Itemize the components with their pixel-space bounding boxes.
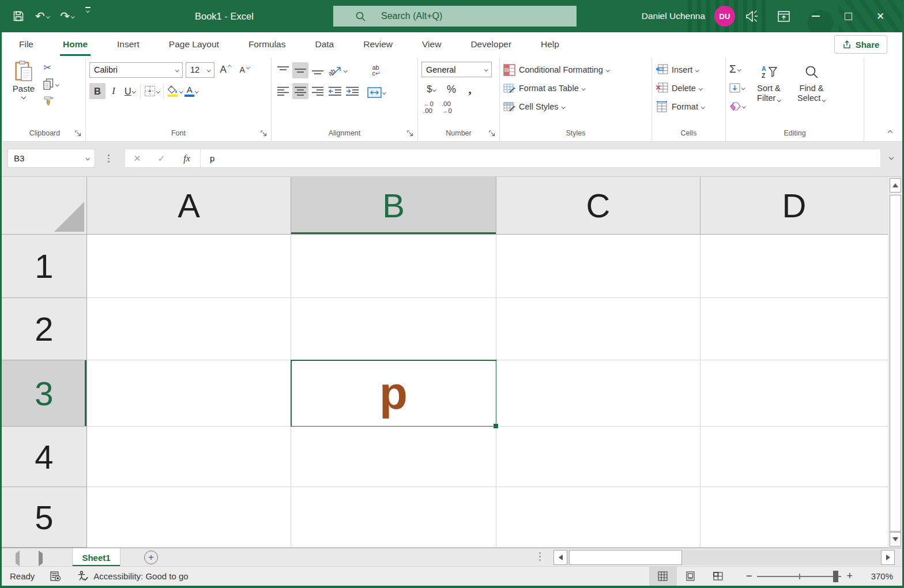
accessibility-status[interactable]: Accessibility: Good to go: [77, 571, 188, 582]
cut-button[interactable]: ✂: [43, 61, 59, 74]
underline-button[interactable]: U: [122, 83, 138, 99]
accounting-format-button[interactable]: $: [421, 81, 441, 97]
zoom-level[interactable]: 370%: [860, 571, 893, 581]
row-header-3[interactable]: 3: [2, 360, 87, 427]
cell-B5[interactable]: [291, 487, 496, 548]
new-sheet-button[interactable]: +: [144, 551, 158, 564]
top-align-button[interactable]: [275, 62, 291, 78]
zoom-slider[interactable]: [757, 571, 841, 582]
avatar[interactable]: DU: [714, 6, 735, 27]
column-header-D[interactable]: D: [700, 177, 888, 235]
clipboard-dialog-launcher[interactable]: [75, 130, 82, 138]
number-dialog-launcher[interactable]: [489, 130, 496, 138]
find-select-button[interactable]: Find & Select: [793, 59, 831, 103]
feedback-button[interactable]: [735, 0, 767, 32]
maximize-button[interactable]: [832, 0, 864, 32]
save-button[interactable]: [11, 7, 26, 25]
tab-view[interactable]: View: [419, 32, 444, 56]
vertical-scrollbar[interactable]: [888, 177, 902, 548]
undo-dropdown-chevron[interactable]: [46, 14, 50, 18]
fill-button[interactable]: [729, 80, 745, 95]
expand-formula-bar-chevron[interactable]: [889, 155, 894, 160]
orientation-button[interactable]: ab: [327, 62, 348, 78]
cell-B2[interactable]: [291, 298, 496, 360]
search-input[interactable]: [381, 11, 554, 21]
accounting-dropdown-chevron[interactable]: [432, 88, 436, 91]
next-sheet-button[interactable]: [39, 553, 43, 564]
page-layout-view-button[interactable]: [677, 567, 705, 586]
normal-view-button[interactable]: [649, 567, 677, 586]
decrease-font-size-button[interactable]: A: [236, 62, 253, 78]
cell-C1[interactable]: [496, 235, 700, 298]
tab-file[interactable]: File: [16, 32, 36, 56]
percent-style-button[interactable]: %: [443, 81, 459, 97]
borders-button[interactable]: [143, 83, 161, 99]
user-name[interactable]: Daniel Uchenna: [642, 11, 705, 21]
redo-dropdown-chevron[interactable]: [71, 14, 74, 18]
bold-button[interactable]: B: [89, 83, 106, 99]
borders-dropdown-chevron[interactable]: [156, 89, 160, 93]
row-header-2[interactable]: 2: [2, 298, 87, 360]
cell-B3-selected[interactable]: p: [291, 360, 496, 427]
tab-page-layout[interactable]: Page Layout: [166, 32, 222, 56]
cell-B4[interactable]: [291, 427, 496, 487]
column-header-B[interactable]: B: [291, 177, 496, 235]
scroll-up-button[interactable]: [890, 178, 901, 193]
column-header-A[interactable]: A: [87, 177, 291, 235]
font-name-select[interactable]: Calibri: [89, 62, 183, 78]
font-dialog-launcher[interactable]: [261, 130, 268, 138]
font-color-dropdown-chevron[interactable]: [195, 89, 198, 93]
tab-insert[interactable]: Insert: [114, 32, 142, 56]
cell-D4[interactable]: [700, 427, 888, 487]
scroll-down-button[interactable]: [890, 532, 901, 546]
comma-style-button[interactable]: ,: [462, 81, 478, 97]
undo-button[interactable]: ↶: [33, 7, 51, 25]
middle-align-button[interactable]: [292, 62, 308, 78]
page-break-preview-button[interactable]: [705, 567, 732, 586]
tab-formulas[interactable]: Formulas: [246, 32, 289, 56]
copy-button[interactable]: [43, 78, 59, 91]
row-header-5[interactable]: 5: [2, 487, 87, 548]
zoom-in-button[interactable]: +: [846, 570, 853, 582]
scroll-right-button[interactable]: [881, 550, 895, 565]
clear-button[interactable]: [729, 99, 745, 114]
cell-A2[interactable]: [87, 298, 291, 360]
cell-A3[interactable]: [87, 360, 291, 427]
paste-dropdown-chevron[interactable]: [21, 95, 26, 99]
tab-review[interactable]: Review: [360, 32, 396, 56]
minimize-button[interactable]: [800, 0, 832, 32]
redo-button[interactable]: ↷: [58, 7, 76, 25]
cell-C5[interactable]: [496, 487, 700, 548]
increase-font-size-button[interactable]: A: [217, 62, 233, 78]
increase-indent-button[interactable]: [344, 83, 360, 99]
format-as-table-button[interactable]: Format as Table: [503, 81, 585, 96]
underline-dropdown-chevron[interactable]: [132, 89, 135, 93]
bottom-align-button[interactable]: [310, 62, 326, 78]
paste-button[interactable]: Paste: [7, 59, 40, 99]
select-all-button[interactable]: [2, 177, 87, 235]
column-header-C[interactable]: C: [496, 177, 700, 235]
increase-decimal-button[interactable]: ←0 .00: [421, 100, 435, 115]
merge-center-button[interactable]: [366, 84, 387, 100]
decrease-decimal-button[interactable]: .00 →0: [440, 100, 454, 115]
row-header-1[interactable]: 1: [2, 235, 87, 298]
conditional-formatting-button[interactable]: Conditional Formatting: [503, 62, 609, 77]
autosum-button[interactable]: Σ: [729, 62, 745, 77]
format-cells-button[interactable]: Format: [656, 99, 704, 114]
zoom-out-button[interactable]: −: [746, 570, 752, 582]
vertical-scroll-thumb[interactable]: [890, 195, 901, 532]
insert-function-button[interactable]: fx: [174, 153, 200, 164]
fill-color-dropdown-chevron[interactable]: [179, 89, 183, 93]
cell-A1[interactable]: [87, 235, 291, 298]
cell-B1[interactable]: [291, 235, 496, 298]
font-size-select[interactable]: 12: [186, 62, 214, 78]
align-left-button[interactable]: [275, 83, 291, 99]
previous-sheet-button[interactable]: [16, 553, 20, 564]
cell-C2[interactable]: [496, 298, 700, 360]
tab-data[interactable]: Data: [312, 32, 337, 56]
insert-cells-button[interactable]: Insert: [656, 62, 699, 77]
merge-dropdown-chevron[interactable]: [382, 91, 386, 94]
wrap-text-button[interactable]: ab c↵: [366, 62, 387, 78]
horizontal-scroll-thumb[interactable]: [569, 550, 682, 565]
formula-input[interactable]: [201, 153, 880, 163]
